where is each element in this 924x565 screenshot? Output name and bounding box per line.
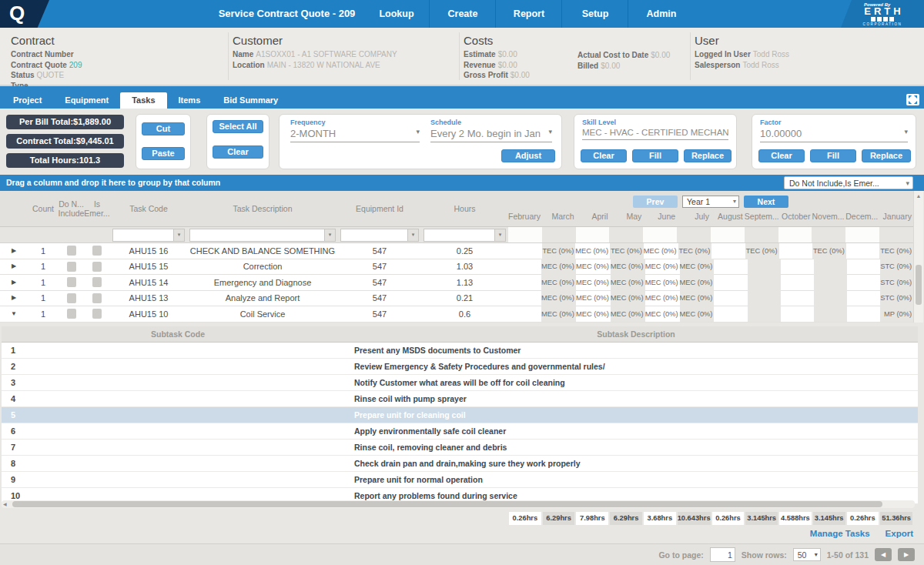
paste-button[interactable]: Paste [142, 147, 185, 160]
month-skill-cell[interactable] [508, 243, 542, 259]
month-skill-cell[interactable] [748, 306, 781, 323]
month-skill-cell[interactable] [781, 306, 814, 323]
month-header-october[interactable]: October [778, 209, 812, 225]
subtask-row[interactable]: 5Prepare unit for cleaning coil [2, 407, 918, 423]
manage-tasks-link[interactable]: Manage Tasks [810, 529, 870, 538]
subtask-code-header[interactable]: Subtask Code [2, 326, 354, 342]
scroll-left-icon[interactable]: ◀ [3, 500, 7, 508]
month-skill-cell[interactable]: STC (0%) [880, 275, 913, 291]
rows-per-page-select[interactable]: 50 ▾ [793, 548, 821, 561]
task-row[interactable]: ▶1AHU15 14Emergency and Diagnose5471.13M… [0, 275, 913, 291]
month-header-april[interactable]: April [576, 209, 610, 225]
summary-pill-2[interactable]: Total Hours:101.3 [6, 153, 124, 168]
month-skill-cell[interactable]: TEC (0%) [542, 243, 576, 259]
prev-year-button[interactable]: Prev [633, 196, 678, 208]
app-logo[interactable]: Q [0, 0, 49, 28]
month-skill-cell[interactable] [714, 290, 747, 306]
page-number-input[interactable] [710, 547, 735, 562]
expand-button[interactable] [906, 94, 919, 105]
month-skill-cell[interactable] [508, 290, 541, 306]
month-skill-cell[interactable]: MEC (0%) [645, 259, 680, 275]
month-skill-cell[interactable]: MEC (0%) [611, 306, 645, 323]
task-row[interactable]: ▶1AHU15 16CHECK AND BALANCE SOMETHING547… [0, 243, 913, 259]
tab-project[interactable]: Project [2, 92, 53, 109]
do-not-include-checkbox[interactable] [67, 309, 76, 319]
adjust-button[interactable]: Adjust [501, 149, 555, 162]
nav-item-setup[interactable]: Setup [562, 0, 628, 28]
expand-row-icon[interactable]: ▶ [0, 275, 28, 290]
month-skill-cell[interactable] [814, 259, 847, 275]
tab-items[interactable]: Items [167, 92, 213, 109]
subtask-row[interactable]: 9Prepare unit for normal operation [2, 472, 918, 488]
collapse-row-icon[interactable]: ▼ [0, 306, 28, 322]
month-skill-cell[interactable]: MEC (0%) [541, 290, 576, 306]
subtask-row[interactable]: 1Present any MSDS documents to Customer [2, 343, 918, 359]
month-header-june[interactable]: June [643, 209, 677, 225]
month-skill-cell[interactable]: MEC (0%) [680, 275, 715, 291]
previous-page-button[interactable]: ◀ [875, 548, 892, 561]
month-skill-cell[interactable] [847, 306, 880, 323]
subtask-row[interactable]: 2Review Emergency & Safety Procedures an… [2, 359, 918, 375]
group-by-bar[interactable]: Drag a column and drop it here to group … [0, 175, 924, 191]
month-header-may[interactable]: May [609, 209, 643, 225]
tab-tasks[interactable]: Tasks [120, 92, 166, 109]
month-skill-cell[interactable]: MEC (0%) [644, 243, 678, 259]
month-skill-cell[interactable]: MEC (0%) [575, 243, 610, 259]
equipment-id-filter-input[interactable] [341, 229, 407, 241]
expand-row-icon[interactable]: ▶ [0, 290, 28, 306]
do-not-include-checkbox[interactable] [67, 293, 76, 303]
do-not-include-checkbox[interactable] [67, 246, 76, 256]
export-link[interactable]: Export [886, 529, 913, 538]
expand-row-icon[interactable]: ▶ [0, 259, 28, 274]
scrollbar-thumb[interactable] [916, 265, 922, 305]
select-all-button[interactable]: Select All [213, 120, 263, 133]
month-skill-cell[interactable]: MEC (0%) [611, 275, 645, 291]
factor-select[interactable]: Factor 10.00000▾ [760, 119, 908, 142]
factor-replace-button[interactable]: Replace [862, 149, 911, 162]
month-skill-cell[interactable] [781, 275, 814, 291]
month-skill-cell[interactable]: MEC (0%) [576, 306, 611, 323]
month-header-february[interactable]: February [508, 209, 542, 225]
month-header-march[interactable]: March [542, 209, 576, 225]
month-skill-cell[interactable] [748, 259, 781, 275]
month-skill-cell[interactable] [508, 259, 541, 275]
month-skill-cell[interactable] [714, 275, 747, 291]
column-header-task-description[interactable]: Task Description [187, 191, 338, 226]
factor-fill-button[interactable]: Fill [810, 149, 856, 162]
month-skill-cell[interactable]: TEC (0%) [879, 243, 913, 259]
month-skill-cell[interactable] [847, 290, 880, 306]
filter-dropdown-icon[interactable]: ▾ [407, 229, 418, 241]
scrollbar-thumb[interactable] [12, 501, 882, 507]
month-skill-cell[interactable] [846, 243, 880, 259]
month-skill-cell[interactable]: MEC (0%) [576, 290, 611, 306]
month-skill-cell[interactable]: MEC (0%) [576, 275, 611, 291]
tab-equipment[interactable]: Equipment [53, 92, 120, 109]
column-header-do-not-include[interactable]: Do N...Include [59, 191, 84, 226]
month-skill-cell[interactable] [714, 306, 747, 323]
month-header-novem[interactable]: Novem... [812, 209, 845, 225]
month-skill-cell[interactable] [814, 275, 847, 291]
month-skill-cell[interactable] [714, 259, 747, 275]
hours-filter-input[interactable] [424, 229, 494, 241]
task-code-filter-input[interactable] [113, 229, 173, 241]
filter-dropdown-icon[interactable]: ▾ [494, 229, 505, 241]
month-skill-cell[interactable] [748, 275, 781, 291]
horizontal-scrollbar[interactable]: ◀ [2, 500, 915, 508]
month-skill-cell[interactable]: TEC (0%) [745, 243, 779, 259]
month-skill-cell[interactable] [748, 290, 781, 306]
month-skill-cell[interactable]: MEC (0%) [576, 259, 611, 275]
subtask-row[interactable]: 3Notify Customer what areas will be off … [2, 375, 918, 391]
month-skill-cell[interactable] [847, 275, 880, 291]
expand-row-icon[interactable]: ▶ [0, 243, 28, 259]
is-emergency-checkbox[interactable] [92, 277, 102, 287]
subtask-row[interactable]: 7Rinse coil, removing cleaner and debris [2, 440, 918, 456]
subtask-row[interactable]: 6Apply environmentally safe coil cleaner [2, 423, 918, 440]
next-year-button[interactable]: Next [744, 196, 788, 208]
tab-bid-summary[interactable]: Bid Summary [212, 92, 290, 109]
month-skill-cell[interactable]: TEC (0%) [678, 243, 712, 259]
month-skill-cell[interactable]: MEC (0%) [541, 306, 576, 323]
do-not-include-checkbox[interactable] [67, 262, 76, 272]
month-skill-cell[interactable] [711, 243, 745, 259]
month-skill-cell[interactable] [508, 275, 541, 291]
summary-pill-0[interactable]: Per Bill Total:$1,889.00 [6, 115, 124, 129]
